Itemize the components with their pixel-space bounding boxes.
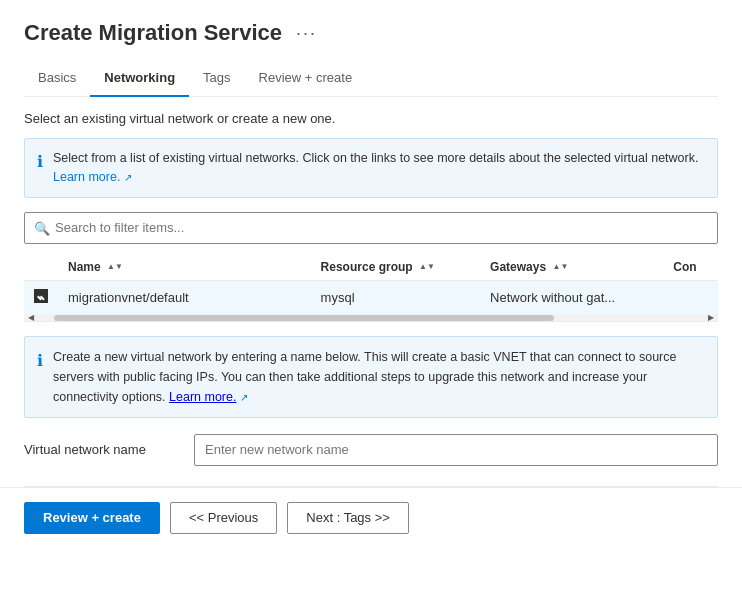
row-resource-group: mysql bbox=[311, 280, 481, 314]
scroll-right-arrow[interactable]: ▶ bbox=[704, 314, 718, 322]
tab-bar: Basics Networking Tags Review + create bbox=[24, 62, 718, 97]
col-header-gw[interactable]: Gateways ▲▼ bbox=[480, 254, 663, 281]
scroll-thumb[interactable] bbox=[54, 315, 554, 321]
sort-arrows-rg[interactable]: ▲▼ bbox=[419, 263, 435, 271]
info-box-2-text: Create a new virtual network by entering… bbox=[53, 350, 676, 404]
search-container: 🔍 bbox=[24, 212, 718, 244]
ellipsis-menu-button[interactable]: ··· bbox=[292, 23, 321, 44]
sort-arrows-gw[interactable]: ▲▼ bbox=[553, 263, 569, 271]
info-icon-2: ℹ bbox=[37, 348, 43, 374]
table-row[interactable]: migrationvnet/default mysql Network with… bbox=[24, 280, 718, 314]
tab-review-create[interactable]: Review + create bbox=[245, 62, 367, 97]
horizontal-scrollbar[interactable]: ◀ ▶ bbox=[24, 314, 718, 322]
row-con bbox=[663, 280, 718, 314]
network-name-field-row: Virtual network name bbox=[24, 434, 718, 466]
external-link-icon: ↗ bbox=[124, 172, 132, 183]
col-header-rg[interactable]: Resource group ▲▼ bbox=[311, 254, 481, 281]
checkbox-checked-icon[interactable] bbox=[34, 289, 48, 303]
info-box-1-learn-more[interactable]: Learn more. bbox=[53, 170, 120, 184]
tab-basics[interactable]: Basics bbox=[24, 62, 90, 97]
tab-networking[interactable]: Networking bbox=[90, 62, 189, 97]
col-header-name[interactable]: Name ▲▼ bbox=[58, 254, 311, 281]
row-name: migrationvnet/default bbox=[58, 280, 311, 314]
external-link-icon-2: ↗ bbox=[240, 392, 248, 403]
row-gateways: Network without gat... bbox=[480, 280, 663, 314]
vnet-table: Name ▲▼ Resource group ▲▼ Gateways ▲▼ Co… bbox=[24, 254, 718, 314]
search-input[interactable] bbox=[24, 212, 718, 244]
sort-arrows-name[interactable]: ▲▼ bbox=[107, 263, 123, 271]
page-title: Create Migration Service bbox=[24, 20, 282, 46]
next-button[interactable]: Next : Tags >> bbox=[287, 502, 409, 534]
previous-button[interactable]: << Previous bbox=[170, 502, 277, 534]
tab-tags[interactable]: Tags bbox=[189, 62, 244, 97]
col-header-con: Con bbox=[663, 254, 718, 281]
scroll-left-arrow[interactable]: ◀ bbox=[24, 314, 38, 322]
info-box-create: ℹ Create a new virtual network by enteri… bbox=[24, 336, 718, 418]
network-name-input[interactable] bbox=[194, 434, 718, 466]
info-icon-1: ℹ bbox=[37, 150, 43, 174]
network-name-label: Virtual network name bbox=[24, 442, 174, 457]
review-create-button[interactable]: Review + create bbox=[24, 502, 160, 534]
search-icon: 🔍 bbox=[34, 220, 50, 235]
col-check bbox=[24, 254, 58, 281]
row-checkbox[interactable] bbox=[24, 280, 58, 314]
bottom-bar: Review + create << Previous Next : Tags … bbox=[0, 487, 742, 548]
info-box-1-text: Select from a list of existing virtual n… bbox=[53, 151, 698, 165]
info-box-select: ℹ Select from a list of existing virtual… bbox=[24, 138, 718, 198]
section-description: Select an existing virtual network or cr… bbox=[24, 111, 718, 126]
info-box-2-learn-more[interactable]: Learn more. bbox=[169, 390, 236, 404]
